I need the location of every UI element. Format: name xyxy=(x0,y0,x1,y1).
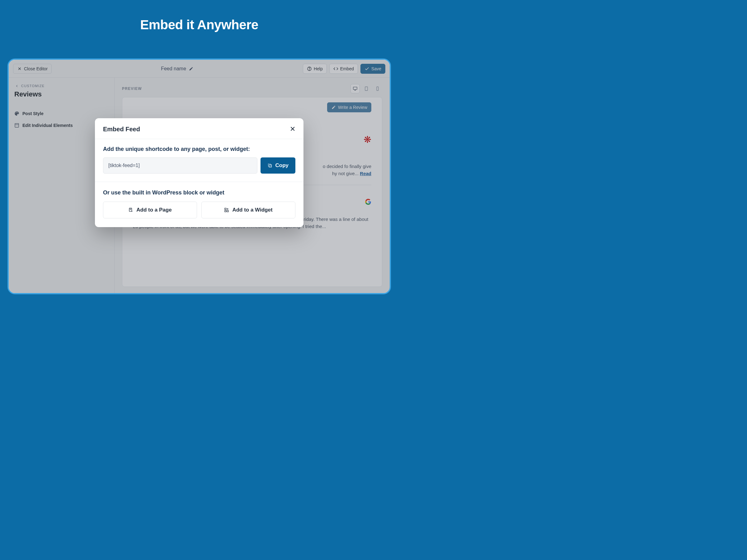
widget-plus-icon xyxy=(224,208,229,212)
copy-label: Copy xyxy=(276,162,289,169)
modal-title: Embed Feed xyxy=(103,126,140,133)
svg-rect-7 xyxy=(269,165,272,167)
add-to-widget-button[interactable]: Add to a Widget xyxy=(201,202,295,218)
close-modal-button[interactable]: ✕ xyxy=(290,125,295,133)
copy-icon xyxy=(267,163,272,168)
add-to-page-button[interactable]: Add to a Page xyxy=(103,202,197,218)
copy-button[interactable]: Copy xyxy=(260,157,296,174)
add-widget-label: Add to a Widget xyxy=(232,207,272,213)
add-page-label: Add to a Page xyxy=(136,207,172,213)
shortcode-input[interactable] xyxy=(103,157,257,174)
embed-modal: Embed Feed ✕ Add the unique shortcode to… xyxy=(95,118,304,227)
svg-rect-8 xyxy=(268,164,271,166)
modal-subtitle: Add the unique shortcode to any page, po… xyxy=(103,146,295,153)
modal-overlay: Embed Feed ✕ Add the unique shortcode to… xyxy=(9,60,390,293)
page-plus-icon xyxy=(128,208,133,212)
modal-subtitle-2: Or use the built in WordPress block or w… xyxy=(103,189,295,196)
svg-rect-12 xyxy=(227,210,229,212)
svg-rect-10 xyxy=(225,208,226,210)
app-window: ✕ Close Editor Feed name Help Embed xyxy=(7,58,391,294)
close-icon: ✕ xyxy=(290,125,295,133)
hero-title: Embed it Anywhere xyxy=(0,0,398,32)
svg-rect-11 xyxy=(225,210,226,212)
